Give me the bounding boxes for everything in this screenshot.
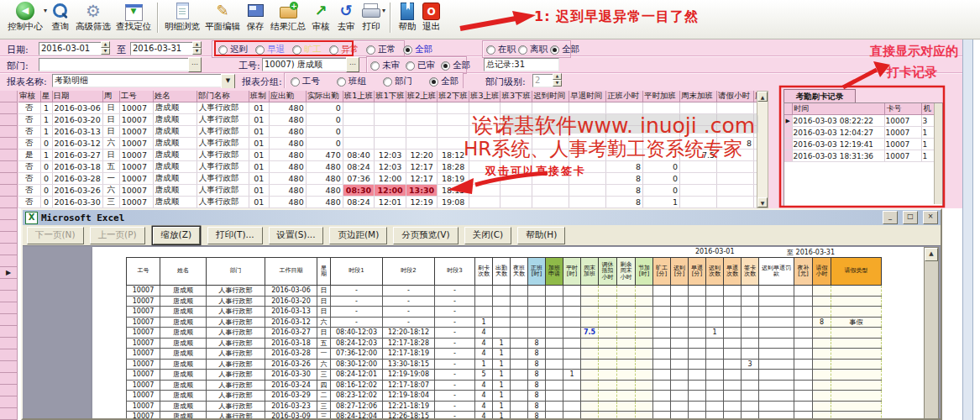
row-header-cell[interactable]: [0, 150, 18, 161]
cell[interactable]: [717, 173, 754, 185]
cell[interactable]: 唐成顺: [153, 150, 197, 161]
row-selector[interactable]: [784, 150, 792, 162]
column-header[interactable]: 调休抵扣小时: [599, 258, 617, 286]
cell[interactable]: 2016-03-03 12:04:27: [792, 127, 884, 139]
cell[interactable]: 五: [102, 161, 119, 173]
cell[interactable]: [438, 102, 469, 114]
toolbar-button-locate[interactable]: ▼查找定位: [113, 0, 154, 33]
cell[interactable]: [406, 114, 438, 126]
empno-browse-button[interactable]: …: [346, 57, 359, 72]
excel-titlebar[interactable]: X Microsoft Excel _ □ ×: [23, 210, 941, 225]
excel-button-m[interactable]: 页边距(M): [329, 227, 387, 244]
column-header[interactable]: 班1上班: [343, 91, 375, 102]
date-from-spinner[interactable]: ▲▼: [101, 41, 110, 55]
toolbar-button-search[interactable]: 查询: [48, 0, 73, 33]
cell[interactable]: 8: [606, 173, 643, 185]
cell[interactable]: 六: [102, 185, 119, 197]
cell[interactable]: 否: [18, 126, 40, 138]
cell[interactable]: 六: [102, 138, 119, 150]
cell[interactable]: [643, 126, 680, 138]
column-header[interactable]: 迟到早退罚款: [759, 258, 794, 286]
cell[interactable]: 唐成顺: [153, 173, 197, 185]
cell[interactable]: [569, 150, 606, 161]
column-header[interactable]: 部门: [207, 258, 265, 286]
row-header-cell[interactable]: [0, 126, 18, 138]
dept-browse-button[interactable]: …: [188, 57, 202, 72]
row-header-cell[interactable]: [0, 361, 18, 373]
column-header[interactable]: 机: [921, 103, 934, 115]
cell[interactable]: 0: [306, 138, 343, 150]
cell[interactable]: 1: [40, 102, 52, 114]
cell[interactable]: [438, 138, 469, 150]
cell[interactable]: [532, 138, 569, 150]
cell[interactable]: [569, 138, 606, 150]
cell[interactable]: [343, 138, 375, 150]
row-header-cell[interactable]: ▶: [0, 267, 18, 279]
cell[interactable]: 0: [643, 173, 680, 185]
cell[interactable]: [532, 161, 569, 173]
cell[interactable]: [643, 102, 680, 114]
cell[interactable]: 480: [306, 197, 343, 208]
cell[interactable]: 人事行政部: [197, 138, 249, 150]
cell[interactable]: 12:20: [406, 150, 438, 161]
column-header[interactable]: 旷工[分]: [653, 258, 671, 286]
column-header[interactable]: 时段2: [383, 258, 435, 286]
row-header-cell[interactable]: [0, 244, 18, 255]
row-selector[interactable]: ▶: [784, 115, 792, 127]
cell[interactable]: [569, 197, 606, 208]
cell[interactable]: 12:19: [406, 197, 438, 208]
cell[interactable]: 1: [921, 139, 934, 150]
row-header-cell[interactable]: [0, 208, 18, 220]
radio-已审[interactable]: 已审: [406, 60, 435, 71]
cell[interactable]: 0: [40, 173, 52, 185]
row-header-cell[interactable]: [0, 302, 18, 314]
cell[interactable]: [469, 173, 500, 185]
row-header-cell[interactable]: [0, 185, 18, 197]
cell[interactable]: [532, 150, 569, 161]
column-header[interactable]: 姓名: [153, 91, 197, 102]
cell[interactable]: [375, 114, 406, 126]
row-header-cell[interactable]: [0, 279, 18, 291]
cell[interactable]: [469, 126, 500, 138]
toolbar-button-detail[interactable]: 明细浏览: [162, 0, 202, 33]
column-header[interactable]: [784, 103, 792, 115]
row-header-cell[interactable]: [0, 314, 18, 326]
cell[interactable]: [717, 114, 754, 126]
column-header[interactable]: 节加[时]: [636, 258, 653, 286]
cell[interactable]: 01: [249, 173, 269, 185]
cell[interactable]: 480: [306, 173, 343, 185]
cell[interactable]: 10007: [119, 197, 153, 208]
cell[interactable]: 人事行政部: [197, 102, 249, 114]
close-icon[interactable]: ×: [923, 211, 938, 224]
column-header[interactable]: 工号: [127, 258, 160, 286]
cell[interactable]: 12:03: [375, 161, 406, 173]
cell[interactable]: 480: [306, 161, 343, 173]
radio-异常[interactable]: 异常: [329, 44, 359, 55]
cell[interactable]: 否: [18, 161, 40, 173]
cell[interactable]: 否: [18, 185, 40, 197]
cell[interactable]: 日: [102, 126, 119, 138]
cell[interactable]: 2016-03-03 12:19:41: [792, 139, 884, 150]
cell[interactable]: 12:00: [375, 173, 406, 185]
cell[interactable]: [500, 102, 532, 114]
cell[interactable]: 1: [921, 150, 934, 162]
cell[interactable]: 2016-03-18: [52, 161, 102, 173]
column-header[interactable]: 刷卡次数: [475, 258, 493, 286]
column-header[interactable]: 迟到时间: [532, 91, 569, 102]
column-header[interactable]: 加班申请: [546, 258, 563, 286]
cell[interactable]: [532, 102, 569, 114]
column-header[interactable]: 时段3: [435, 258, 475, 286]
column-header[interactable]: 夜补[元]: [794, 258, 813, 286]
row-header-cell[interactable]: [0, 220, 18, 232]
cell[interactable]: [680, 114, 717, 126]
column-header[interactable]: 部门名称: [197, 91, 249, 102]
cell[interactable]: 8: [606, 197, 643, 208]
report-name-select[interactable]: 考勤明细: [52, 74, 225, 87]
column-header[interactable]: 迟到[分]: [671, 258, 689, 286]
column-header[interactable]: 早退[分]: [689, 258, 706, 286]
cell[interactable]: 13:30: [406, 185, 438, 197]
column-header[interactable]: 班2上班: [406, 91, 438, 102]
cell[interactable]: 1: [921, 127, 934, 139]
column-header[interactable]: 工作日期: [265, 258, 317, 286]
cell[interactable]: 0: [306, 114, 343, 126]
